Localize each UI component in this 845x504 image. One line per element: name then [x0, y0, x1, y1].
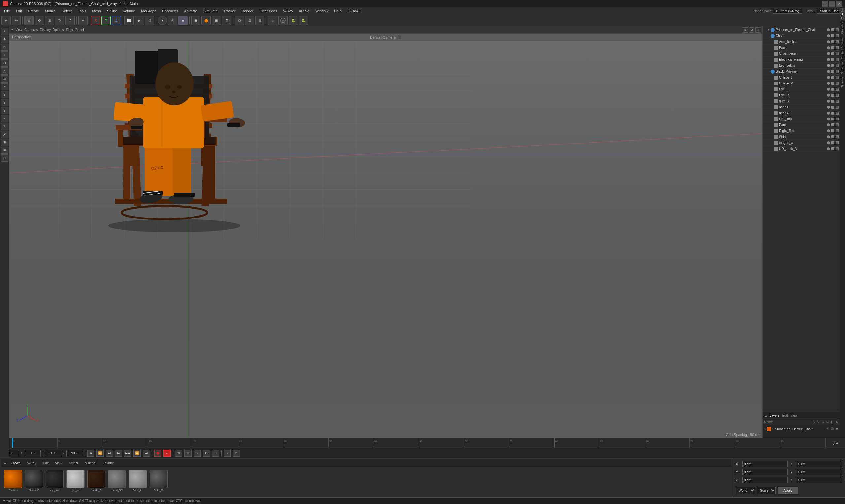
subdiv-tool[interactable]: ⊟	[255, 16, 264, 25]
object-list-item[interactable]: Back	[763, 45, 845, 51]
object-list-item[interactable]: Chair	[763, 33, 845, 39]
layer-row[interactable]: ▷ Prisoner_on_Electric_Chair 👁 🎥 ■ ▶	[763, 425, 845, 433]
menu-character[interactable]: Character	[159, 8, 181, 14]
menu-mesh[interactable]: Mesh	[89, 8, 104, 14]
layer-icon-eye[interactable]: 👁	[826, 427, 830, 431]
right-tab-structure[interactable]: Structure	[840, 61, 845, 76]
cycle-btn[interactable]: ○	[194, 450, 201, 457]
menu-modes[interactable]: Modes	[42, 8, 58, 14]
x-axis-button[interactable]: X	[91, 16, 100, 25]
mat-electric[interactable]: ElectricC	[25, 470, 43, 492]
object-list-item[interactable]: C_Eye_L	[763, 75, 845, 80]
viewport-panel-menu[interactable]: Panel	[75, 28, 84, 32]
object-list-item[interactable]: Pants	[763, 122, 845, 128]
layers-edit-tab[interactable]: Edit	[782, 414, 788, 417]
menu-render[interactable]: Render	[239, 8, 256, 14]
scale-button[interactable]: ⊞	[45, 16, 54, 25]
viewport-options-menu[interactable]: Options	[53, 28, 64, 32]
tool-grid[interactable]: ⊞	[1, 139, 8, 146]
menu-create[interactable]: Create	[25, 8, 41, 14]
scene-area[interactable]: C.Z.L.C X Z Y Grid Spacing : 50 cm	[9, 41, 762, 438]
apply-button[interactable]: Apply	[778, 486, 798, 494]
z-axis-button[interactable]: Z	[111, 16, 121, 25]
redo-button[interactable]: ↪	[12, 16, 21, 25]
right-tab-attributes[interactable]: Attributes	[840, 21, 845, 36]
tool-cone[interactable]: △	[1, 67, 8, 75]
tool-line[interactable]: ⌐	[1, 115, 8, 122]
z-pos-input[interactable]	[742, 476, 788, 483]
mat-hands[interactable]: hands_S	[87, 470, 105, 492]
bottom-menu-icon[interactable]: ≡	[4, 462, 6, 465]
mat-clothes[interactable]: Clothes	[4, 470, 22, 492]
material-tab[interactable]: Material	[83, 461, 99, 466]
psr-btn[interactable]: P	[203, 450, 210, 457]
record-btn[interactable]	[154, 450, 161, 457]
viewport-cameras-menu[interactable]: Cameras	[24, 28, 38, 32]
keyframe-btn[interactable]: ⊕	[175, 450, 182, 457]
object-list-item[interactable]: Electrical_wiring	[763, 57, 845, 63]
keys-btn[interactable]: ⠿	[212, 450, 219, 457]
view-tab[interactable]: View	[53, 461, 65, 466]
next-frame-button[interactable]: ⏩	[134, 450, 141, 457]
settings-button[interactable]: ⚙	[145, 16, 154, 25]
menu-simulate[interactable]: Simulate	[201, 8, 220, 14]
step-back-button[interactable]: ◀	[106, 450, 113, 457]
python2-button[interactable]: 🐍	[299, 16, 308, 25]
audio-btn[interactable]: ♪	[224, 450, 231, 457]
scale-select[interactable]: Scale Size	[757, 487, 776, 494]
add-button[interactable]: +	[78, 16, 88, 25]
viewport-filter-menu[interactable]: Filter	[66, 28, 73, 32]
tool-grid2[interactable]: ⊠	[1, 146, 8, 154]
menu-3dtoall[interactable]: 3DToAll	[345, 8, 363, 14]
end-frame2-input[interactable]	[66, 450, 83, 456]
tool-pen[interactable]: ✎	[1, 123, 8, 130]
object-list-item[interactable]: gum_A	[763, 98, 845, 104]
menu-mograph[interactable]: MoGraph	[138, 8, 159, 14]
timeline-bar[interactable]: 0 0 5 10 15 20 25 30 35 40 45 50 55 60 6…	[0, 438, 845, 448]
world-select[interactable]: World Object	[736, 487, 755, 494]
viewport[interactable]: Perspective Default Camera 🎥	[9, 34, 762, 438]
viewport-view-menu[interactable]: View	[15, 28, 22, 32]
object-list-item[interactable]: C_Eye_R	[763, 80, 845, 87]
layer-icon-render[interactable]: ■	[835, 427, 839, 431]
magnet-tool[interactable]: ⌬	[235, 16, 244, 25]
x-pos-input[interactable]	[742, 461, 788, 467]
texture-tab[interactable]: Texture	[101, 461, 116, 466]
tool-sphere[interactable]: ○	[1, 52, 8, 59]
menu-animate[interactable]: Animate	[181, 8, 200, 14]
z-size-input[interactable]	[797, 476, 842, 483]
tool-torus[interactable]: ◎	[1, 75, 8, 83]
menu-extensions[interactable]: Extensions	[257, 8, 280, 14]
select-tab[interactable]: Select	[67, 461, 80, 466]
object-list-item[interactable]: Left_Top	[763, 116, 845, 122]
deformer-tool[interactable]: ⊡	[245, 16, 254, 25]
current-frame2-input[interactable]	[24, 450, 41, 456]
live-selection-button[interactable]: ⊕	[24, 16, 34, 25]
object-list-item[interactable]: Arm_belths	[763, 39, 845, 45]
close-button[interactable]: ✕	[837, 1, 842, 6]
tool-paint[interactable]: 🖌	[1, 131, 8, 138]
object-list-item[interactable]: headAF	[763, 110, 845, 116]
display-mode2[interactable]: ◎	[168, 16, 177, 25]
motion-btn[interactable]: ≡	[233, 450, 240, 457]
undo-button[interactable]: ↩	[1, 16, 11, 25]
menu-volume[interactable]: Volume	[121, 8, 138, 14]
vray-render[interactable]: V	[278, 16, 287, 25]
record-active[interactable]: ●	[163, 450, 171, 457]
menu-spline[interactable]: Spline	[104, 8, 120, 14]
end-frame-input[interactable]	[45, 450, 61, 456]
play-button[interactable]: ▶	[115, 450, 122, 457]
play-button[interactable]: ▶	[135, 16, 144, 25]
y-axis-button[interactable]: Y	[101, 16, 111, 25]
layers-view-tab[interactable]: View	[791, 414, 798, 417]
layers-menu-icon[interactable]: ≡	[765, 414, 767, 417]
render-region[interactable]: ▣	[191, 16, 200, 25]
tool-select[interactable]: ↖	[1, 28, 8, 35]
vp-layout-1[interactable]: ⊞	[743, 28, 748, 33]
render-grid[interactable]: ⠿	[222, 16, 231, 25]
object-list-item[interactable]: Eye_R	[763, 92, 845, 98]
right-tab-timeline[interactable]: Timeline	[840, 75, 845, 89]
menu-tracker[interactable]: Tracker	[221, 8, 239, 14]
y-size-input[interactable]	[797, 469, 842, 475]
display-mode-button[interactable]: ●	[158, 16, 167, 25]
